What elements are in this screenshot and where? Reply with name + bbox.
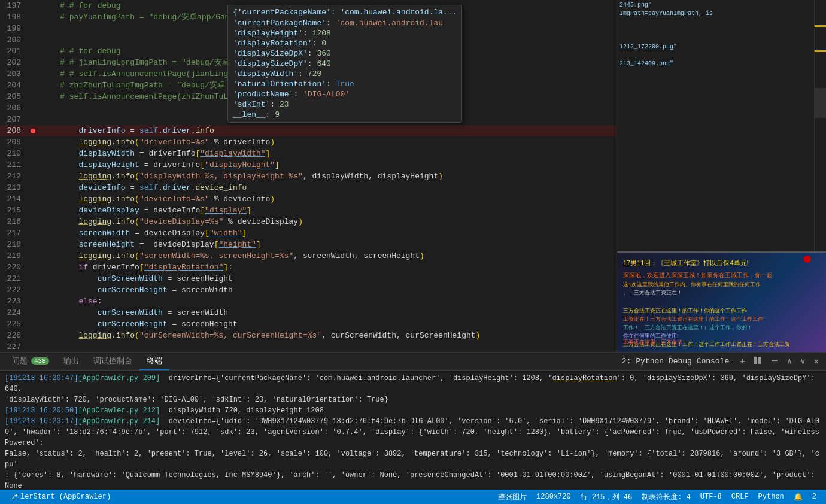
svg-rect-0	[754, 357, 757, 364]
bell-icon: 🔔	[794, 493, 803, 502]
tooltip-item: 'displayHeight': 1208	[233, 28, 457, 38]
right-code-content: 2445.png" ImgPath=payYuanImgPath, is 121…	[617, 0, 826, 229]
minimap-slider[interactable]	[815, 88, 826, 118]
table-row: 213 deviceInfo = self.driver.device_info	[0, 182, 617, 193]
status-line-endings[interactable]: CRLF	[727, 490, 754, 504]
tooltip-item: 'currentPackageName': 'com.huawei.androi…	[233, 18, 457, 28]
tab-problems-label: 问题	[12, 356, 28, 366]
tab-terminal-label: 终端	[147, 356, 162, 366]
list-item: [191213 16:23:17][AppCrawler.py 214] dev…	[5, 416, 821, 448]
table-row: 221 curScreenWidth = screenHeight	[0, 273, 617, 284]
table-row: 217 screenWidth = deviceDisplay["width"]	[0, 227, 617, 239]
tab-size-label: 制表符长度: 4	[642, 492, 691, 502]
tooltip-title: {'currentPackageName': 'com.huawei.andro…	[233, 8, 457, 17]
table-row: 208 driverInfo = self.driver.info	[0, 125, 617, 136]
tooltip-popup: {'currentPackageName': 'com.huawei.andro…	[227, 5, 462, 123]
right-panel: 2445.png" ImgPath=payYuanImgPath, is 121…	[617, 0, 826, 352]
table-row: 209 logging.info("driverInfo=%s" % drive…	[0, 136, 617, 148]
status-dimensions[interactable]: 1280x720	[532, 490, 576, 504]
encoding-label: UTF-8	[700, 493, 722, 501]
minimap[interactable]	[814, 0, 826, 251]
tooltip-item: __len__: 9	[233, 110, 457, 120]
tab-output[interactable]: 输出	[56, 353, 86, 370]
tooltip-item: 'displaySizeDpX': 360	[233, 48, 457, 59]
new-terminal-button[interactable]: +	[737, 356, 747, 368]
table-row: 224 curScreenWidth = screenWidth	[0, 307, 617, 318]
status-notifications[interactable]: 2	[807, 490, 821, 504]
terminal-tabs: 问题 438 输出 调试控制台 终端 2: Python Debug Conso…	[0, 353, 826, 371]
error-dot	[31, 129, 35, 133]
status-bell[interactable]: 🔔	[789, 490, 807, 504]
tab-problems[interactable]: 问题 438	[5, 353, 56, 370]
tab-output-label: 输出	[63, 356, 79, 366]
language-label: Python	[758, 493, 784, 501]
tooltip-item: 'sdkInt': 23	[233, 99, 457, 110]
row-col-label: 行 215，列 46	[581, 492, 632, 502]
status-file-info[interactable]: 整张图片	[493, 490, 532, 504]
terminal-toolbar: 2: Python Debug Console + ∧ ∨ ✕	[617, 353, 821, 370]
svg-rect-1	[758, 357, 761, 364]
game-ui: 深深地，欢迎进入深深王城！如果你在王城工作，你一起 这1次这里我的其他工作内。你…	[623, 271, 820, 297]
table-row: 223 else:	[0, 296, 617, 307]
status-language[interactable]: Python	[754, 490, 789, 504]
table-row: 210 displayWidth = driverInfo["displayWi…	[0, 148, 617, 159]
terminal-content[interactable]: [191213 16:20:47][AppCrawler.py 209] dri…	[0, 371, 826, 490]
table-row: 214 logging.info("deviceInfo=%s" % devic…	[0, 193, 617, 205]
status-row-col[interactable]: 行 215，列 46	[576, 490, 637, 504]
close-panel-button[interactable]: ✕	[812, 355, 821, 368]
status-bar: ⎇ lerStart (AppCrawler) 整张图片 1280x720 行 …	[0, 490, 826, 504]
scroll-indicator	[815, 50, 826, 52]
list-item: False, 'status': 2, 'health': 2, 'presen…	[5, 448, 821, 470]
file-info-label: 整张图片	[498, 492, 527, 502]
tooltip-item: 'displayWidth': 720	[233, 69, 457, 79]
table-row: 219 logging.info("screenWidth=%s, screen…	[0, 250, 617, 262]
split-terminal-button[interactable]	[751, 355, 764, 368]
table-row: 226 logging.info("curScreenWidth=%s, cur…	[0, 330, 617, 341]
problems-badge: 438	[31, 357, 49, 365]
table-row: 216 logging.info("deviceDisplay=%s" % de…	[0, 216, 617, 227]
svg-rect-2	[772, 360, 778, 361]
debug-console-label: 2: Python Debug Console	[617, 357, 734, 366]
table-row: 227	[0, 341, 617, 352]
table-row: 215 deviceDisplay = deviceInfo["display"…	[0, 205, 617, 216]
table-row: 218 screenHeight = deviceDisplay["height…	[0, 239, 617, 250]
status-encoding[interactable]: UTF-8	[696, 490, 727, 504]
table-row: 220 if driverInfo["displayRotation"]:	[0, 262, 617, 273]
tab-debug-console[interactable]: 调试控制台	[86, 353, 139, 370]
table-row: 225 curScreenHeight = screenHeight	[0, 318, 617, 330]
table-row: 212 logging.info("displayWidth=%s, displ…	[0, 171, 617, 182]
status-tab-size[interactable]: 制表符长度: 4	[637, 490, 696, 504]
collapse-up-button[interactable]: ∧	[785, 355, 794, 368]
tooltip-item: 'displaySizeDpY': 640	[233, 59, 457, 69]
collapse-down-button[interactable]: ∨	[798, 355, 807, 368]
game-indicator	[804, 256, 811, 263]
branch-icon: ⎇	[10, 493, 18, 502]
line-endings-label: CRLF	[731, 493, 749, 501]
code-content[interactable]: 197 # # for debug 198 # payYuanImgPath =…	[0, 0, 617, 352]
status-branch[interactable]: ⎇ lerStart (AppCrawler)	[5, 490, 116, 504]
list-item: [191213 16:20:50][AppCrawler.py 212] dis…	[5, 405, 821, 416]
game-text: 17男11回：《王城工作室》打以后保4单元!	[623, 259, 749, 268]
game-panel: 17男11回：《王城工作室》打以后保4单元! 深深地，欢迎进入深深王城！如果你在…	[617, 251, 826, 352]
branch-name: lerStart (AppCrawler)	[20, 493, 111, 501]
right-panel-top: 2445.png" ImgPath=payYuanImgPath, is 121…	[617, 0, 826, 251]
tooltip-item: 'displayRotation': 0	[233, 38, 457, 48]
kill-terminal-button[interactable]	[768, 355, 781, 368]
dimensions-label: 1280x720	[536, 493, 571, 501]
tooltip-item: 'naturalOrientation': True	[233, 79, 457, 89]
table-row: 222 curScreenHeight = screenWidth	[0, 284, 617, 296]
notifications-count: 2	[812, 493, 816, 501]
editor-area: 197 # # for debug 198 # payYuanImgPath =…	[0, 0, 826, 352]
table-row: 211 displayHeight = driverInfo["displayH…	[0, 159, 617, 171]
tooltip-item: 'productName': 'DIG-AL00'	[233, 89, 457, 99]
list-item: 'displayWidth': 720, 'productName': 'DIG…	[5, 394, 821, 405]
game-bottom: 工资正在这里！三方合法	[623, 338, 820, 346]
tab-debug-label: 调试控制台	[93, 356, 132, 366]
list-item: [191213 16:20:47][AppCrawler.py 209] dri…	[5, 373, 821, 394]
terminal-area: 问题 438 输出 调试控制台 终端 2: Python Debug Conso…	[0, 352, 826, 490]
scroll-indicator	[815, 25, 826, 27]
list-item: : {'cores': 8, 'hardware': 'Qualcomm Tec…	[5, 470, 821, 490]
code-panel: 197 # # for debug 198 # payYuanImgPath =…	[0, 0, 617, 352]
tab-terminal[interactable]: 终端	[139, 353, 169, 370]
game-screen: 17男11回：《王城工作室》打以后保4单元! 深深地，欢迎进入深深王城！如果你在…	[617, 253, 826, 352]
